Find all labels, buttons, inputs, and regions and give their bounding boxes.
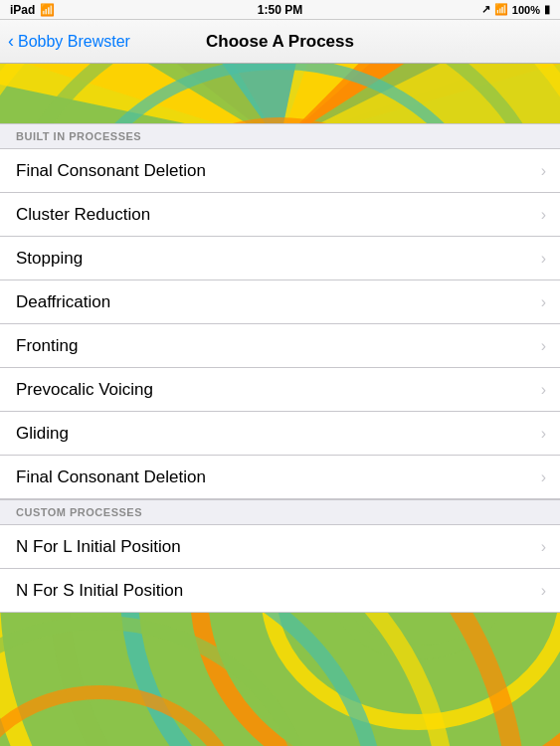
nav-bar: ‹ Bobby Brewster Choose A Process: [0, 20, 560, 64]
item-label: Cluster Reduction: [16, 205, 150, 225]
status-right: ↗ 📶 100% ▮: [481, 3, 550, 16]
item-label: Fronting: [16, 336, 78, 356]
list-item[interactable]: Stopping ›: [0, 237, 560, 280]
chevron-right-icon: ›: [541, 538, 546, 556]
built-in-section: BUILT IN PROCESSES Final Consonant Delet…: [0, 123, 560, 499]
bottom-decoration: [0, 613, 560, 746]
back-chevron-icon: ‹: [8, 31, 14, 52]
chevron-right-icon: ›: [541, 582, 546, 600]
status-bar: iPad 📶 1:50 PM ↗ 📶 100% ▮: [0, 0, 560, 20]
list-item[interactable]: Final Consonant Deletion ›: [0, 149, 560, 193]
list-item[interactable]: N For S Initial Position ›: [0, 569, 560, 613]
list-item[interactable]: Cluster Reduction ›: [0, 193, 560, 237]
item-label: Stopping: [16, 249, 83, 269]
status-time: 1:50 PM: [258, 3, 302, 17]
item-label: Final Consonant Deletion: [16, 161, 206, 181]
bluetooth-icon: 📶: [494, 3, 508, 16]
top-decoration: [0, 64, 560, 123]
wifi-icon: 📶: [40, 3, 55, 17]
chevron-right-icon: ›: [541, 425, 546, 443]
bottom-swirl-svg: [0, 613, 560, 746]
battery-icon: ▮: [544, 3, 550, 16]
list-item[interactable]: Gliding ›: [0, 412, 560, 456]
chevron-right-icon: ›: [541, 293, 546, 311]
custom-section: CUSTOM PROCESSES N For L Initial Positio…: [0, 499, 560, 613]
list-item[interactable]: Fronting ›: [0, 324, 560, 368]
top-swirl-svg: [0, 64, 560, 123]
chevron-right-icon: ›: [541, 206, 546, 224]
chevron-right-icon: ›: [541, 162, 546, 180]
battery-label: 100%: [512, 4, 540, 16]
custom-section-header: CUSTOM PROCESSES: [0, 499, 560, 525]
page-title: Choose A Process: [206, 32, 354, 52]
list-item[interactable]: N For L Initial Position ›: [0, 525, 560, 569]
location-icon: ↗: [481, 3, 490, 16]
chevron-right-icon: ›: [541, 250, 546, 268]
status-left: iPad 📶: [10, 3, 55, 17]
item-label: Final Consonant Deletion: [16, 467, 206, 487]
ipad-label: iPad: [10, 3, 35, 17]
item-label: Prevocalic Voicing: [16, 380, 153, 400]
item-label: N For L Initial Position: [16, 537, 181, 557]
item-label: Deaffrication: [16, 292, 110, 312]
list-item[interactable]: Final Consonant Deletion ›: [0, 456, 560, 499]
chevron-right-icon: ›: [541, 337, 546, 355]
chevron-right-icon: ›: [541, 381, 546, 399]
back-label[interactable]: Bobby Brewster: [18, 33, 130, 51]
built-in-section-header: BUILT IN PROCESSES: [0, 123, 560, 149]
list-item[interactable]: Prevocalic Voicing ›: [0, 368, 560, 412]
back-button[interactable]: ‹ Bobby Brewster: [8, 32, 130, 52]
item-label: N For S Initial Position: [16, 581, 183, 601]
chevron-right-icon: ›: [541, 468, 546, 486]
item-label: Gliding: [16, 424, 69, 444]
list-item[interactable]: Deaffrication ›: [0, 280, 560, 324]
